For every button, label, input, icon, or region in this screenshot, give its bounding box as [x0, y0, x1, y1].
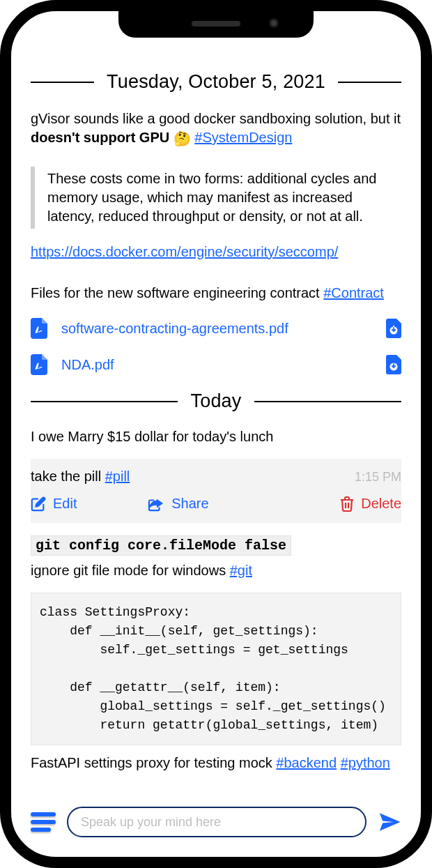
entry-text: I owe Marry $15 dollar for today's lunch: [31, 429, 273, 444]
entry-text: FastAPI settings proxy for testing mock: [31, 755, 276, 770]
share-button[interactable]: Share: [148, 496, 208, 512]
journal-entry[interactable]: gVisor sounds like a good docker sandbox…: [31, 109, 401, 149]
tag-pill[interactable]: #pill: [105, 469, 130, 484]
delete-label: Delete: [361, 496, 401, 512]
download-icon[interactable]: [386, 319, 401, 338]
tag-systemdesign[interactable]: #SystemDesign: [194, 130, 292, 145]
journal-entry[interactable]: I owe Marry $15 dollar for today's lunch: [31, 429, 401, 445]
pdf-file-icon: [31, 354, 47, 375]
share-icon: [148, 496, 164, 512]
tag-git[interactable]: #git: [230, 563, 252, 578]
inline-code: git config core.fileMode false: [31, 535, 291, 556]
entry-actions: Edit Share Delete: [31, 496, 401, 512]
download-icon[interactable]: [386, 355, 401, 374]
edit-button[interactable]: Edit: [31, 496, 77, 512]
front-camera: [269, 18, 279, 28]
journal-entry-selected[interactable]: take the pill #pill 1:15 PM Edit: [31, 459, 401, 523]
date-label: Tuesday, October 5, 2021: [107, 71, 325, 93]
menu-button[interactable]: [31, 812, 56, 832]
journal-entry[interactable]: git config core.fileMode false: [31, 523, 401, 556]
tag-contract[interactable]: #Contract: [323, 285, 384, 300]
tag-backend[interactable]: #backend: [276, 755, 337, 770]
entry-bold: doesn't support GPU: [31, 130, 169, 145]
journal-entry[interactable]: ignore git file mode for windows #git: [31, 563, 401, 579]
entry-text: gVisor sounds like a good docker sandbox…: [31, 111, 401, 126]
speaker-grille: [192, 21, 240, 26]
date-divider: Today: [31, 390, 401, 412]
quote-text: These costs come in two forms: additiona…: [47, 171, 376, 224]
tag-python[interactable]: #python: [341, 755, 390, 770]
external-link[interactable]: https://docs.docker.com/engine/security/…: [31, 244, 338, 259]
journal-entry[interactable]: FastAPI settings proxy for testing mock …: [31, 755, 401, 771]
file-name: NDA.pdf: [61, 357, 114, 373]
phone-notch: [118, 11, 314, 38]
trash-icon: [340, 496, 354, 512]
files-title: Files for the new software engineering c…: [31, 285, 401, 301]
file-name: software-contracting-agreements.pdf: [61, 321, 288, 337]
delete-button[interactable]: Delete: [340, 496, 401, 512]
compose-placeholder: Speak up your mind here: [81, 815, 221, 830]
entry-text: take the pill: [31, 469, 105, 484]
link-row: https://docs.docker.com/engine/security/…: [31, 244, 401, 260]
date-label: Today: [190, 390, 241, 412]
compose-input[interactable]: Speak up your mind here: [67, 807, 367, 837]
bottom-bar: Speak up your mind here: [31, 800, 401, 843]
file-row[interactable]: NDA.pdf: [31, 354, 401, 375]
date-divider: Tuesday, October 5, 2021: [31, 71, 401, 93]
thinking-emoji: 🤔: [173, 131, 191, 146]
files-title-text: Files for the new software engineering c…: [31, 285, 323, 300]
entry-text: ignore git file mode for windows: [31, 563, 230, 578]
edit-icon: [31, 496, 46, 512]
edit-label: Edit: [53, 496, 77, 512]
pdf-file-icon: [31, 318, 47, 339]
send-button[interactable]: [378, 810, 401, 834]
blockquote: These costs come in two forms: additiona…: [31, 167, 401, 229]
code-block[interactable]: class SettingsProxy: def __init__(self, …: [31, 593, 401, 745]
entry-time: 1:15 PM: [355, 470, 401, 485]
share-label: Share: [171, 496, 208, 512]
code-text: class SettingsProxy: def __init__(self, …: [40, 605, 386, 732]
file-row[interactable]: software-contracting-agreements.pdf: [31, 318, 401, 339]
